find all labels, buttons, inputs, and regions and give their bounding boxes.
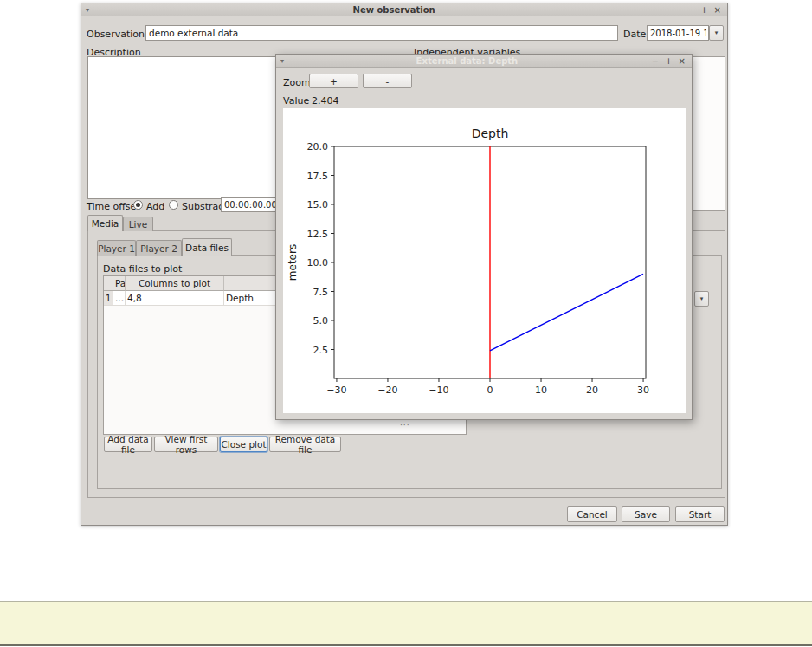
date-dropdown-button[interactable]: ▾ xyxy=(709,25,724,41)
save-button[interactable]: Save xyxy=(622,506,670,522)
svg-text:Depth: Depth xyxy=(472,126,509,140)
svg-text:15.0: 15.0 xyxy=(307,199,329,210)
svg-text:2.5: 2.5 xyxy=(313,345,329,356)
external-data-dialog: ▾ External data: Depth − + × Zoom + - Va… xyxy=(275,54,693,420)
svg-text:5.0: 5.0 xyxy=(313,315,329,327)
svg-text:10.0: 10.0 xyxy=(307,257,329,269)
svg-text:meters: meters xyxy=(287,244,299,281)
time-offset-label: Time offset xyxy=(87,201,140,212)
window-menu-icon[interactable]: ▾ xyxy=(81,6,93,14)
date-input[interactable] xyxy=(647,25,709,41)
main-titlebar[interactable]: ▾ New observation + × xyxy=(81,3,727,16)
dialog-title: External data: Depth xyxy=(288,56,646,66)
svg-text:10: 10 xyxy=(535,385,547,396)
svg-text:12.5: 12.5 xyxy=(307,229,329,240)
zoom-in-button[interactable]: + xyxy=(309,74,358,88)
zoom-out-button[interactable]: - xyxy=(363,74,412,88)
depth-plot: −30−20−1001020302.55.07.510.012.515.017.… xyxy=(283,108,686,413)
window-menu-icon[interactable]: ▾ xyxy=(276,57,288,65)
zoom-label: Zoom xyxy=(283,77,311,88)
svg-text:7.5: 7.5 xyxy=(313,287,329,298)
chevron-down-icon: ▾ xyxy=(715,29,719,36)
cancel-button[interactable]: Cancel xyxy=(567,506,617,522)
tab-media[interactable]: Media xyxy=(87,215,123,231)
tab-live[interactable]: Live xyxy=(123,217,153,231)
observation-id-input[interactable] xyxy=(145,25,618,41)
cell-columns-to-plot[interactable]: 4,8 xyxy=(126,291,224,306)
svg-text:0: 0 xyxy=(487,385,493,396)
start-button[interactable]: Start xyxy=(675,506,725,522)
close-icon[interactable]: × xyxy=(714,5,721,15)
data-files-to-plot-label: Data files to plot xyxy=(103,263,182,275)
row-header[interactable]: 1 xyxy=(104,291,113,306)
bottom-panel xyxy=(0,601,812,646)
close-icon[interactable]: × xyxy=(679,56,686,66)
col-header-columns[interactable]: Columns to plot xyxy=(126,276,224,291)
svg-text:17.5: 17.5 xyxy=(307,171,329,182)
maximize-icon[interactable]: + xyxy=(700,5,707,15)
date-label: Date xyxy=(623,29,646,40)
chevron-down-icon: ▾ xyxy=(700,295,704,302)
splitter-handle[interactable]: ··· xyxy=(400,421,410,430)
minimize-icon[interactable]: − xyxy=(652,56,659,66)
tab-data-files[interactable]: Data files xyxy=(182,238,232,256)
svg-text:20: 20 xyxy=(586,385,598,396)
close-plot-button[interactable]: Close plot xyxy=(220,437,267,452)
dialog-titlebar[interactable]: ▾ External data: Depth − + × xyxy=(276,55,692,68)
svg-text:30: 30 xyxy=(637,385,649,396)
time-offset-add-label[interactable]: Add xyxy=(146,201,164,212)
tab-player2[interactable]: Player 2 xyxy=(136,240,182,256)
add-data-file-button[interactable]: Add data file xyxy=(104,437,152,452)
value-text: 2.404 xyxy=(312,95,339,107)
svg-text:−30: −30 xyxy=(326,385,346,396)
svg-text:−10: −10 xyxy=(429,385,448,396)
svg-text:20.0: 20.0 xyxy=(307,141,329,152)
combo-dropdown-button[interactable]: ▾ xyxy=(694,291,709,307)
value-label: Value xyxy=(283,95,309,107)
depth-plot-canvas: −30−20−1001020302.55.07.510.012.515.017.… xyxy=(283,108,686,413)
maximize-icon[interactable]: + xyxy=(665,56,672,66)
remove-data-file-button[interactable]: Remove data file xyxy=(269,437,341,452)
time-offset-substract-radio[interactable] xyxy=(169,200,178,210)
svg-text:−20: −20 xyxy=(377,385,397,396)
tab-player1[interactable]: Player 1 xyxy=(97,240,136,256)
window-title: New observation xyxy=(93,5,694,15)
time-offset-add-radio[interactable] xyxy=(133,200,143,210)
view-first-rows-button[interactable]: View first rows xyxy=(154,437,218,452)
cell-path[interactable]: ... xyxy=(113,291,126,306)
col-header-path[interactable]: Path xyxy=(113,276,126,291)
